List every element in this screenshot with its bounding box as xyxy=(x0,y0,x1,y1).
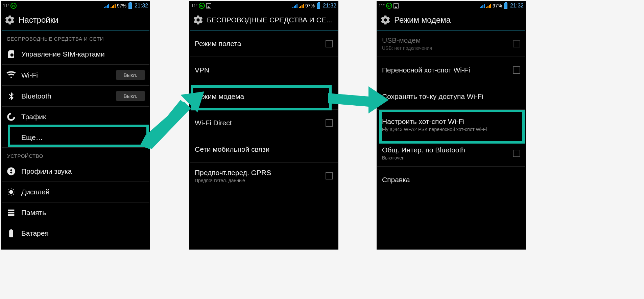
signal-2-icon xyxy=(486,3,491,8)
status-bar: 11° 97 97% 21:32 xyxy=(190,1,338,10)
signal-1-icon xyxy=(480,3,485,8)
clock: 21:32 xyxy=(510,3,524,9)
row-memory[interactable]: Память xyxy=(2,202,149,223)
row-label-sub: Выключен xyxy=(382,155,507,161)
clock: 21:32 xyxy=(135,3,148,9)
battery-badge-icon: 97 xyxy=(10,3,17,9)
bluetooth-icon xyxy=(6,91,16,101)
row-label: Настроить хот-спот Wi-Fi Fly IQ443 WPA2 … xyxy=(382,118,520,132)
row-label: Wi-Fi xyxy=(21,71,111,79)
battery-icon xyxy=(504,3,507,9)
brightness-icon xyxy=(6,187,16,197)
battery-percent: 97% xyxy=(305,3,315,8)
row-label: VPN xyxy=(195,66,333,74)
usb-checkbox xyxy=(513,40,520,47)
row-bluetooth-internet-share[interactable]: Общ. Интер. по Bluetooth Выключен xyxy=(377,140,525,167)
row-tethering[interactable]: Режим модема xyxy=(190,83,338,110)
row-label: Предпочт.перед. GPRS Предпочтител. данны… xyxy=(195,169,320,183)
row-help[interactable]: Справка xyxy=(377,167,525,193)
row-label: Память xyxy=(21,209,145,217)
row-label-main: Общ. Интер. по Bluetooth xyxy=(382,146,465,154)
row-display[interactable]: Дисплей xyxy=(2,182,149,202)
row-label: Трафик xyxy=(21,113,145,121)
row-label: Справка xyxy=(382,176,520,184)
row-mobile-networks[interactable]: Сети мобильной связи xyxy=(190,136,338,163)
settings-gear-icon xyxy=(4,15,15,25)
row-keep-ap[interactable]: Сохранять точку доступа Wi-Fi xyxy=(377,83,525,110)
row-portable-hotspot[interactable]: Переносной хот-спот Wi-Fi xyxy=(377,57,525,83)
row-vpn[interactable]: VPN xyxy=(190,57,338,83)
row-label: Еще… xyxy=(21,133,145,142)
row-wifi-direct[interactable]: Wi-Fi Direct xyxy=(190,110,338,136)
page-title: БЕСПРОВОДНЫЕ СРЕДСТВА И СЕ... xyxy=(207,16,332,24)
row-label-sub: Предпочтител. данные xyxy=(195,178,320,183)
row-sound-profiles[interactable]: Профили звука xyxy=(2,161,149,182)
row-label-main: Настроить хот-спот Wi-Fi xyxy=(382,118,464,125)
row-label: Режим модема xyxy=(195,92,333,101)
row-battery[interactable]: Батарея xyxy=(2,223,149,243)
hotspot-checkbox[interactable] xyxy=(513,66,520,74)
row-label: Сети мобильной связи xyxy=(195,145,333,153)
row-bluetooth[interactable]: Bluetooth Выкл. xyxy=(2,86,149,107)
screenshot-notif-icon xyxy=(393,3,399,8)
screenshot-notif-icon xyxy=(206,3,211,8)
wifi-direct-checkbox[interactable] xyxy=(326,119,333,127)
screenshot-3-tethering: 11° 97 97% 21:32 Режим модема USB-модем … xyxy=(377,1,526,250)
title-bar[interactable]: БЕСПРОВОДНЫЕ СРЕДСТВА И СЕ... xyxy=(190,10,338,30)
battery-percent: 97% xyxy=(117,3,126,8)
row-traffic[interactable]: Трафик xyxy=(2,107,149,127)
row-label-main: Предпочт.перед. GPRS xyxy=(195,169,271,176)
row-wifi[interactable]: Wi-Fi Выкл. xyxy=(2,65,149,86)
settings-gear-icon xyxy=(193,15,204,25)
row-label: Переносной хот-спот Wi-Fi xyxy=(382,66,507,74)
screenshot-2-wireless: 11° 97 97% 21:32 БЕСПРОВОДНЫЕ СРЕДСТВА И… xyxy=(189,1,338,250)
sim-icon xyxy=(6,49,16,59)
row-label: Сохранять точку доступа Wi-Fi xyxy=(382,92,520,101)
title-bar[interactable]: Режим модема xyxy=(377,10,525,30)
status-bar: 11° 97 97% 21:32 xyxy=(377,1,525,10)
data-usage-icon xyxy=(6,112,16,122)
temperature: 11° xyxy=(379,3,385,8)
battery-icon xyxy=(128,3,132,9)
screenshot-1-settings: 11° 97 97% 21:32 Настройки БЕСПРОВОДНЫЕ … xyxy=(1,1,150,250)
airplane-checkbox[interactable] xyxy=(326,40,333,47)
row-label: Bluetooth xyxy=(21,92,111,100)
battery-badge-icon: 97 xyxy=(386,3,392,9)
battery-row-icon xyxy=(6,229,16,238)
signal-1-icon xyxy=(292,3,297,8)
temperature: 11° xyxy=(3,3,9,8)
row-label-sub: USB: нет подключения xyxy=(382,45,507,51)
bluetooth-toggle[interactable]: Выкл. xyxy=(116,91,145,101)
row-sim-management[interactable]: Управление SIM-картами xyxy=(2,44,149,65)
battery-percent: 97% xyxy=(493,3,502,8)
row-gprs-pref[interactable]: Предпочт.перед. GPRS Предпочтител. данны… xyxy=(190,163,338,189)
row-label: USB-модем USB: нет подключения xyxy=(382,36,507,51)
signal-2-icon xyxy=(111,3,116,8)
settings-gear-icon xyxy=(380,15,391,25)
section-device-header: УСТРОЙСТВО xyxy=(2,148,149,161)
row-label: Режим полета xyxy=(195,40,320,48)
signal-1-icon xyxy=(104,3,109,8)
row-label: Батарея xyxy=(21,229,145,237)
row-label: Управление SIM-картами xyxy=(21,50,145,58)
wifi-icon xyxy=(6,70,16,80)
row-airplane-mode[interactable]: Режим полета xyxy=(190,30,338,57)
wifi-toggle[interactable]: Выкл. xyxy=(116,70,145,80)
row-more[interactable]: Еще… xyxy=(2,127,149,148)
clock: 21:32 xyxy=(323,3,336,9)
row-label-main: USB-модем xyxy=(382,36,421,44)
row-label: Wi-Fi Direct xyxy=(195,119,320,127)
gprs-checkbox[interactable] xyxy=(326,172,333,179)
svg-marker-2 xyxy=(143,100,191,149)
row-label-sub: Fly IQ443 WPA2 PSK переносной хот-спот W… xyxy=(382,127,520,132)
row-configure-hotspot[interactable]: Настроить хот-спот Wi-Fi Fly IQ443 WPA2 … xyxy=(377,110,525,140)
row-usb-modem: USB-модем USB: нет подключения xyxy=(377,30,525,57)
page-title: Настройки xyxy=(19,15,58,25)
sound-icon xyxy=(6,167,16,176)
row-label: Дисплей xyxy=(21,188,145,196)
signal-2-icon xyxy=(299,3,304,8)
battery-icon xyxy=(317,3,320,9)
bt-share-checkbox[interactable] xyxy=(513,150,520,157)
status-bar: 11° 97 97% 21:32 xyxy=(2,1,149,10)
battery-badge-icon: 97 xyxy=(199,3,205,9)
